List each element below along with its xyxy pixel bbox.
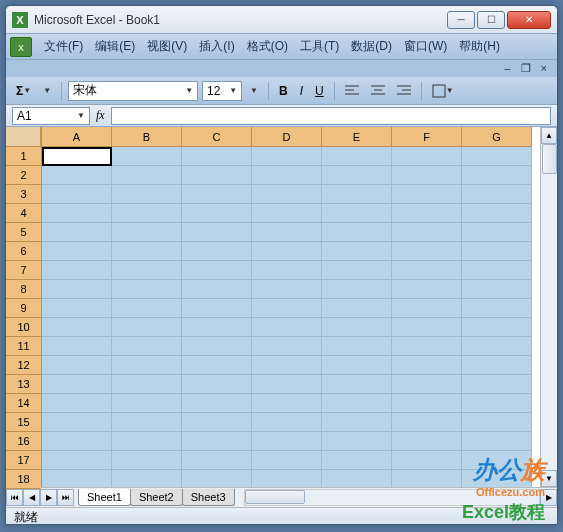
cell[interactable] <box>252 299 322 318</box>
cell[interactable] <box>112 470 182 487</box>
cell[interactable] <box>112 299 182 318</box>
cell[interactable] <box>42 223 112 242</box>
cell[interactable] <box>42 166 112 185</box>
column-header[interactable]: G <box>462 127 532 147</box>
row-header[interactable]: 5 <box>6 223 41 242</box>
cell[interactable] <box>112 432 182 451</box>
sheet-tab-3[interactable]: Sheet3 <box>182 489 235 506</box>
cell[interactable] <box>182 413 252 432</box>
cell[interactable] <box>112 223 182 242</box>
cell[interactable] <box>392 223 462 242</box>
cell[interactable] <box>462 413 532 432</box>
formula-bar[interactable] <box>111 107 551 125</box>
app-menu-button[interactable]: X <box>10 37 32 57</box>
cell[interactable] <box>182 451 252 470</box>
row-header[interactable]: 7 <box>6 261 41 280</box>
cell[interactable] <box>112 280 182 299</box>
column-header[interactable]: E <box>322 127 392 147</box>
maximize-button[interactable]: ☐ <box>477 11 505 29</box>
cell[interactable] <box>252 242 322 261</box>
cell[interactable] <box>182 470 252 487</box>
cell[interactable] <box>112 166 182 185</box>
cell[interactable] <box>462 432 532 451</box>
row-header[interactable]: 16 <box>6 432 41 451</box>
row-header[interactable]: 2 <box>6 166 41 185</box>
cell[interactable] <box>322 470 392 487</box>
cell[interactable] <box>42 185 112 204</box>
cell[interactable] <box>462 356 532 375</box>
cell[interactable] <box>252 356 322 375</box>
cell[interactable] <box>182 166 252 185</box>
row-header[interactable]: 11 <box>6 337 41 356</box>
sheet-tab-1[interactable]: Sheet1 <box>78 489 131 506</box>
column-header[interactable]: C <box>182 127 252 147</box>
cell[interactable] <box>322 242 392 261</box>
vertical-scrollbar[interactable]: ▲ ▼ <box>540 127 557 487</box>
cell[interactable] <box>112 204 182 223</box>
row-header[interactable]: 14 <box>6 394 41 413</box>
cell[interactable] <box>112 242 182 261</box>
close-button[interactable]: ✕ <box>507 11 551 29</box>
cell[interactable] <box>42 242 112 261</box>
cell[interactable] <box>42 318 112 337</box>
name-box[interactable]: A1 ▼ <box>12 107 90 125</box>
row-header[interactable]: 6 <box>6 242 41 261</box>
cell[interactable] <box>182 299 252 318</box>
cell[interactable] <box>462 318 532 337</box>
menu-insert[interactable]: 插入(I) <box>193 35 240 58</box>
cell[interactable] <box>182 223 252 242</box>
cell[interactable] <box>462 147 532 166</box>
cell[interactable] <box>322 223 392 242</box>
cell[interactable] <box>322 451 392 470</box>
cell[interactable] <box>42 394 112 413</box>
cell[interactable] <box>182 204 252 223</box>
cell[interactable] <box>252 375 322 394</box>
cell[interactable] <box>182 337 252 356</box>
cell[interactable] <box>462 451 532 470</box>
cell[interactable] <box>112 375 182 394</box>
scroll-right-button[interactable]: ▶ <box>540 489 557 506</box>
cell[interactable] <box>322 166 392 185</box>
last-sheet-button[interactable]: ⏭ <box>57 489 74 506</box>
cell[interactable] <box>462 280 532 299</box>
cell[interactable] <box>462 166 532 185</box>
italic-button[interactable]: I <box>296 82 307 100</box>
scroll-track[interactable] <box>541 144 557 470</box>
font-size-select[interactable]: 12 ▼ <box>202 81 242 101</box>
cell[interactable] <box>322 413 392 432</box>
mdi-restore[interactable]: ❐ <box>519 62 533 75</box>
underline-button[interactable]: U <box>311 82 328 100</box>
cell[interactable] <box>322 394 392 413</box>
cell[interactable] <box>392 147 462 166</box>
cell[interactable] <box>252 204 322 223</box>
row-header[interactable]: 1 <box>6 147 41 166</box>
cell[interactable] <box>112 356 182 375</box>
cell[interactable] <box>252 451 322 470</box>
cell[interactable] <box>42 432 112 451</box>
horizontal-scrollbar[interactable] <box>244 489 540 506</box>
cell[interactable] <box>462 242 532 261</box>
cell[interactable] <box>112 185 182 204</box>
cell[interactable] <box>182 280 252 299</box>
cell[interactable] <box>322 375 392 394</box>
cell[interactable] <box>392 432 462 451</box>
cell[interactable] <box>322 299 392 318</box>
menu-format[interactable]: 格式(O) <box>241 35 294 58</box>
cell[interactable] <box>112 394 182 413</box>
font-name-select[interactable]: 宋体 ▼ <box>68 81 198 101</box>
cell[interactable] <box>462 261 532 280</box>
cell[interactable] <box>112 451 182 470</box>
sort-button[interactable]: ▼ <box>39 84 55 97</box>
bold-button[interactable]: B <box>275 82 292 100</box>
cell[interactable] <box>252 166 322 185</box>
cell[interactable] <box>322 261 392 280</box>
cell[interactable] <box>322 337 392 356</box>
cell[interactable] <box>182 147 252 166</box>
cell[interactable] <box>462 470 532 487</box>
cell[interactable] <box>392 261 462 280</box>
cell[interactable] <box>252 261 322 280</box>
cell[interactable] <box>42 413 112 432</box>
menu-file[interactable]: 文件(F) <box>38 35 89 58</box>
cell[interactable] <box>322 147 392 166</box>
cell[interactable] <box>182 375 252 394</box>
